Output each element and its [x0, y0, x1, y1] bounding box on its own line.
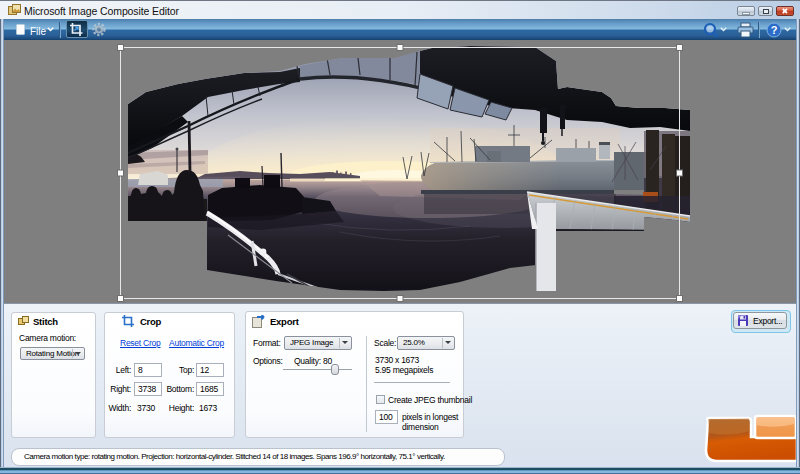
svg-text:?: ?: [771, 24, 778, 36]
